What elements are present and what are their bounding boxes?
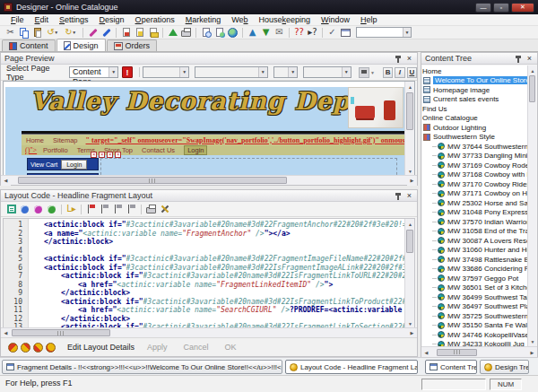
tree-item-mw-25302-horse-and-saddle[interactable]: MW 25302 Horse and Saddle bbox=[422, 198, 527, 208]
tree-item-mw-33686-concidering-peace[interactable]: MW 33686 Concidering Peace bbox=[422, 265, 527, 274]
code-line[interactable]: </actinic:block> bbox=[44, 315, 404, 324]
code-line[interactable]: <a href="<actinic:variable name="SearchC… bbox=[44, 306, 404, 315]
insert-layout-icon[interactable]: L▸ bbox=[65, 204, 78, 215]
tree-horizontal-scrollbar[interactable]: ◀ ▶ bbox=[421, 346, 537, 357]
menu-settings[interactable]: Settings bbox=[54, 14, 94, 26]
code-line[interactable]: <actinic:block if="#3cactinic#3avariable… bbox=[44, 221, 404, 230]
menu-file[interactable]: File bbox=[5, 14, 30, 26]
tree-item-mw-37169-cowboy-rodeo[interactable]: MW 37169 Cowboy Rodeo bbox=[422, 161, 527, 170]
scroll-left-icon[interactable]: ◀ bbox=[1, 176, 11, 186]
copy-icon[interactable] bbox=[18, 27, 30, 39]
tree-item-mw-35725-southwestern-style-i[interactable]: MW 35725 Southwestern Style I bbox=[422, 311, 527, 321]
tab-design[interactable]: Design bbox=[56, 39, 106, 51]
tab-content[interactable]: Content bbox=[2, 39, 56, 51]
tree-item-mw-37597-geggo-pot[interactable]: MW 37597 Geggo Pot bbox=[422, 274, 527, 283]
menu-housekeeping[interactable]: Housekeeping bbox=[254, 14, 317, 26]
tree-item-mw-36501-set-of-3-kitchen-tow[interactable]: MW 36501 Set of 3 Kitchen Tow bbox=[422, 283, 527, 293]
cut-icon[interactable]: ✂ bbox=[4, 27, 17, 39]
view-cart-box[interactable]: View Cart Login bbox=[27, 158, 99, 170]
code-line[interactable]: <a href="<actinic:variable name="Fragmen… bbox=[44, 281, 404, 290]
bookmark-next-icon[interactable] bbox=[99, 204, 111, 215]
menu-window[interactable]: Window bbox=[316, 14, 355, 26]
close-button[interactable]: ✕ bbox=[511, 3, 534, 13]
insert-variable-icon[interactable] bbox=[19, 204, 31, 215]
chevron-down-icon[interactable]: ▼ bbox=[108, 67, 117, 77]
close-panel-icon[interactable]: × bbox=[405, 55, 413, 63]
bookmark-prev-icon[interactable] bbox=[112, 204, 125, 215]
tree-item-mw-36499-southwest-table-na[interactable]: MW 36499 Southwest Table Na bbox=[422, 292, 527, 302]
bold-button[interactable]: B bbox=[383, 67, 393, 78]
tree-item-mw-37171-cowboy-on-horse[interactable]: MW 37171 Cowboy on Horse bbox=[422, 189, 527, 199]
code-line[interactable]: <actinic:block if="#3cactinic#3avariable… bbox=[44, 272, 404, 281]
preview-vertical-scrollbar[interactable]: ▲ ▼ bbox=[404, 82, 414, 176]
tree-item-welcome-to-our-online-store[interactable]: Welcome To Our Online Store! bbox=[422, 76, 527, 86]
pin-icon[interactable] bbox=[395, 192, 402, 200]
code-line[interactable]: <actinic:block if="#3cactinic#3avariable… bbox=[44, 264, 404, 273]
scroll-right-icon[interactable]: ▶ bbox=[527, 347, 537, 357]
spell-check-icon[interactable]: ✓ bbox=[326, 27, 339, 39]
text-color-button[interactable] bbox=[359, 67, 369, 78]
edit-brush-icon[interactable] bbox=[100, 27, 113, 39]
insert-condition-icon[interactable] bbox=[32, 204, 45, 215]
properties-icon[interactable] bbox=[340, 27, 352, 39]
edit-layout-details-button[interactable]: Edit Layout Details bbox=[67, 343, 134, 352]
new-page-icon[interactable] bbox=[134, 27, 146, 39]
tab-orders[interactable]: Orders bbox=[107, 39, 158, 51]
code-line[interactable]: </actinic:block> bbox=[44, 238, 404, 247]
tree-item-mw-34233-kokopilli-jug[interactable]: MW 34233 Kokopilli Jug bbox=[422, 340, 527, 347]
scroll-up-icon[interactable]: ▲ bbox=[405, 82, 415, 91]
pin-icon[interactable] bbox=[515, 55, 522, 63]
layout-tool-icon[interactable] bbox=[33, 343, 43, 353]
tree-item-mw-37168-cowboy-with-rifle-s[interactable]: MW 37168 Cowboy with Rifle S bbox=[422, 170, 527, 180]
tab-layout-code[interactable]: Layout Code - Headline Fragment Layout bbox=[285, 360, 418, 374]
site-nav-link-portfolio[interactable]: Portfolio bbox=[43, 146, 68, 154]
site-nav-link-home[interactable]: Home bbox=[26, 136, 44, 144]
tree-item-mw-30087-a-lovers-rescue[interactable]: MW 30087 A Lovers Rescue bbox=[422, 236, 527, 246]
preview-horizontal-scrollbar[interactable]: ◀ ▶ bbox=[1, 175, 417, 185]
minimize-button[interactable]: — bbox=[475, 3, 491, 13]
code-editor[interactable]: 12345678910111213 <actinic:block if="#3c… bbox=[3, 218, 415, 329]
redo-icon[interactable]: ↻▼ bbox=[63, 27, 80, 39]
tree-item-mw-31060-hunter-and-hunted[interactable]: MW 31060 Hunter and Hunted bbox=[422, 246, 527, 256]
tree-vertical-scrollbar[interactable]: ▲ ▼ bbox=[527, 65, 536, 346]
web-globe-icon[interactable] bbox=[227, 27, 239, 39]
menu-edit[interactable]: Edit bbox=[30, 14, 55, 26]
undo-icon[interactable]: ↺▼ bbox=[45, 27, 62, 39]
scroll-right-icon[interactable]: ▶ bbox=[407, 328, 417, 338]
layout-tool-icon[interactable] bbox=[46, 343, 56, 353]
italic-button[interactable]: I bbox=[395, 67, 404, 78]
scroll-up-icon[interactable]: ▲ bbox=[528, 65, 536, 75]
code-line[interactable]: </actinic:block> bbox=[44, 289, 404, 298]
underline-button[interactable]: U bbox=[407, 67, 417, 78]
code-horizontal-scrollbar[interactable]: ◀ ▶ bbox=[1, 327, 417, 337]
code-line[interactable]: <actinic:block if="#3cactinic#3avariable… bbox=[44, 298, 404, 307]
insert-block-icon[interactable] bbox=[46, 204, 58, 215]
code-vertical-scrollbar[interactable]: ▲ ▼ bbox=[404, 219, 414, 328]
tree-item-mw-35150-santa-fe-wall-plaqu[interactable]: MW 35150 Santa Fe Wall Plaqu bbox=[422, 321, 527, 331]
print-code-icon[interactable] bbox=[145, 204, 158, 215]
scroll-left-icon[interactable]: ◀ bbox=[1, 328, 11, 338]
layout-tool-icon[interactable] bbox=[21, 343, 30, 353]
tab-fragment-details[interactable]: Fragment Details - !!<<strong>>!!!<<u>>!… bbox=[2, 360, 282, 374]
update-website-icon[interactable] bbox=[167, 27, 179, 39]
tree-item-mw-37733-dangling-mini-pots[interactable]: MW 37733 Dangling Mini Pots bbox=[422, 152, 527, 161]
tree-item-home[interactable]: Home bbox=[422, 66, 527, 76]
bookmark-clear-icon[interactable] bbox=[126, 204, 138, 215]
tab-design-tree[interactable]: Design Tree bbox=[480, 360, 529, 374]
tree-item-online-catalogue[interactable]: Online Catalogue bbox=[422, 114, 527, 124]
tree-item-mw-31058-end-of-the-trail[interactable]: MW 31058 End of the Trail bbox=[422, 227, 527, 237]
help-icon[interactable]: ?? bbox=[293, 27, 306, 39]
paste-icon[interactable] bbox=[31, 27, 44, 39]
pin-icon[interactable] bbox=[395, 55, 402, 63]
menu-marketing[interactable]: Marketing bbox=[180, 14, 227, 26]
site-nav-link-sitemap[interactable]: Sitemap bbox=[53, 136, 78, 144]
preview-page-icon[interactable] bbox=[200, 27, 213, 39]
send-mail-icon[interactable]: ✉ bbox=[273, 27, 286, 39]
upload-icon[interactable]: ▲ bbox=[247, 27, 259, 39]
tree-item-mw-37570-indian-warrior[interactable]: MW 37570 Indian Warrior bbox=[422, 217, 527, 227]
site-login-button[interactable]: Login bbox=[61, 160, 87, 170]
scroll-right-icon[interactable]: ▶ bbox=[407, 176, 417, 186]
preview-site-icon[interactable] bbox=[213, 27, 226, 39]
tree-item-find-us[interactable]: Find Us bbox=[422, 104, 527, 114]
site-nav-link-login[interactable]: Login bbox=[184, 145, 207, 155]
